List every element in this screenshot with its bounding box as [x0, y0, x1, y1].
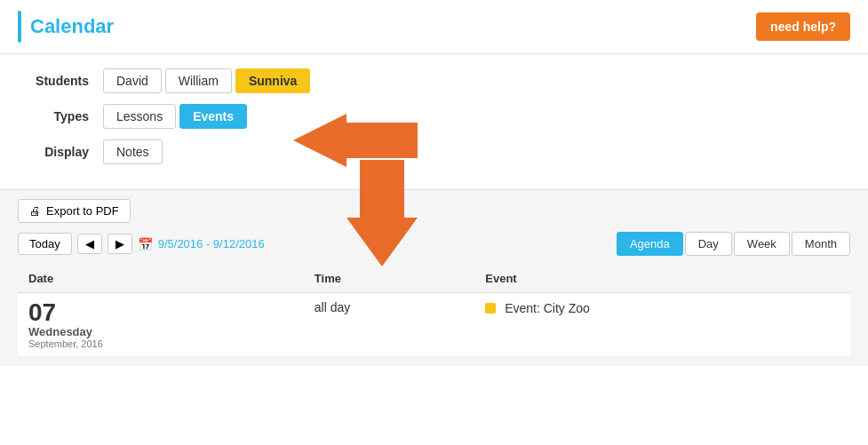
- display-buttons: Notes: [103, 139, 163, 164]
- date-cell: 07 Wednesday September, 2016: [18, 293, 304, 357]
- student-david-button[interactable]: David: [103, 68, 162, 93]
- filters-section: Students David William Sunniva Types Les…: [0, 54, 868, 189]
- header-bar-accent: [18, 11, 21, 43]
- prev-button[interactable]: ◀: [77, 234, 102, 254]
- export-label: Export to PDF: [46, 204, 119, 218]
- page-wrapper: Calendar need help? Students David Willi…: [0, 0, 868, 445]
- date-range: 📅 9/5/2016 - 9/12/2016: [138, 237, 265, 251]
- type-events-button[interactable]: Events: [179, 104, 247, 129]
- event-dot: [485, 303, 496, 314]
- view-agenda-button[interactable]: Agenda: [617, 232, 683, 256]
- next-button[interactable]: ▶: [108, 234, 132, 254]
- export-icon: 🖨: [29, 204, 41, 218]
- table-row: 07 Wednesday September, 2016 all day Eve…: [18, 293, 850, 357]
- nav-left: Today ◀ ▶ 📅 9/5/2016 - 9/12/2016: [18, 233, 265, 255]
- date-day: Wednesday: [28, 325, 92, 338]
- view-day-button[interactable]: Day: [685, 232, 732, 256]
- col-date: Date: [18, 265, 304, 293]
- export-pdf-button[interactable]: 🖨 Export to PDF: [18, 199, 131, 223]
- view-week-button[interactable]: Week: [734, 232, 790, 256]
- types-filter-row: Types Lessons Events: [18, 104, 850, 129]
- date-info: 07 Wednesday September, 2016: [28, 300, 293, 349]
- display-label: Display: [18, 145, 89, 159]
- today-button[interactable]: Today: [18, 233, 72, 255]
- col-event: Event: [474, 265, 850, 293]
- type-lessons-button[interactable]: Lessons: [103, 104, 176, 129]
- table-header-row: Date Time Event: [18, 265, 850, 293]
- view-month-button[interactable]: Month: [792, 232, 850, 256]
- need-help-button[interactable]: need help?: [756, 12, 850, 41]
- students-label: Students: [18, 74, 89, 88]
- calendar-section: 🖨 Export to PDF Today ◀ ▶ 📅 9/5/2016 - 9…: [0, 189, 868, 366]
- students-buttons: David William Sunniva: [103, 68, 310, 93]
- calendar-nav: Today ◀ ▶ 📅 9/5/2016 - 9/12/2016 Agenda …: [18, 232, 850, 256]
- calendar-table: Date Time Event 07 Wednesday September, …: [18, 265, 850, 357]
- page-title: Calendar: [30, 15, 114, 38]
- time-cell: all day: [304, 293, 474, 357]
- types-buttons: Lessons Events: [103, 104, 247, 129]
- col-time: Time: [304, 265, 474, 293]
- types-label: Types: [18, 109, 89, 123]
- student-william-button[interactable]: William: [165, 68, 232, 93]
- event-cell: Event: City Zoo: [474, 293, 850, 357]
- students-filter-row: Students David William Sunniva: [18, 68, 850, 93]
- date-number: 07: [28, 300, 56, 325]
- header: Calendar need help?: [0, 0, 868, 54]
- student-sunniva-button[interactable]: Sunniva: [235, 68, 310, 93]
- date-range-text: 9/5/2016 - 9/12/2016: [158, 237, 265, 250]
- header-left: Calendar: [18, 11, 114, 43]
- date-month: September, 2016: [28, 338, 103, 349]
- display-filter-row: Display Notes: [18, 139, 850, 164]
- event-name: Event: City Zoo: [505, 301, 590, 315]
- display-notes-button[interactable]: Notes: [103, 139, 163, 164]
- view-buttons: Agenda Day Week Month: [617, 232, 850, 256]
- calendar-icon: 📅: [138, 237, 153, 251]
- time-value: all day: [315, 300, 350, 314]
